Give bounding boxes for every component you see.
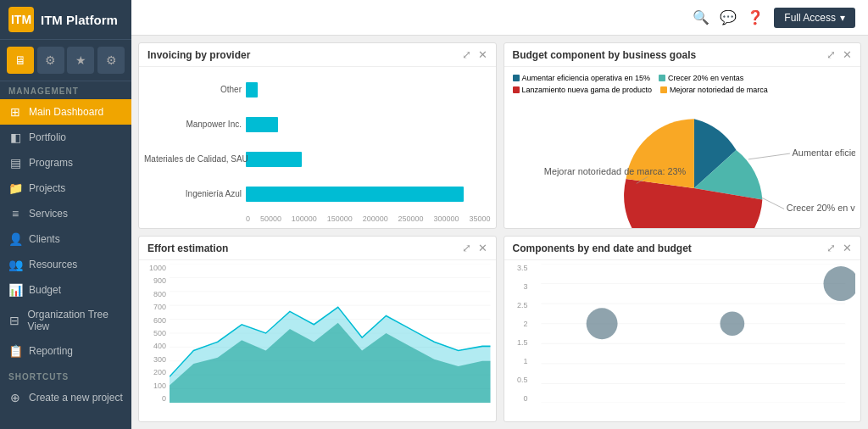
budget-body: Aumentar eficiencia operativa en 15% Cre…	[504, 67, 861, 228]
close-icon[interactable]: ✕	[478, 242, 487, 254]
legend-dot	[513, 86, 520, 93]
area-chart: 1000 900 800 700 600 500 400 300 200 100…	[144, 264, 491, 418]
dropdown-icon: ▾	[840, 12, 845, 24]
close-icon[interactable]: ✕	[478, 48, 487, 61]
invoicing-controls: ⤢ ✕	[462, 48, 487, 61]
close-icon[interactable]: ✕	[843, 242, 852, 254]
bubble-1	[586, 308, 617, 339]
area-svg	[170, 264, 491, 403]
pie-slice-4	[626, 119, 693, 188]
legend-item: Lanzamiento nueva gama de producto	[513, 86, 653, 94]
invoicing-title: Invoicing by provider	[147, 49, 250, 61]
sidebar-item-new-project[interactable]: ⊕ Create a new project	[0, 385, 131, 410]
bar-row-materiales: Materiales de Calidad, SAU	[246, 150, 491, 169]
sidebar-item-org-tree[interactable]: ⊟ Organization Tree View	[0, 303, 131, 338]
nav-label: Create a new project	[29, 392, 123, 404]
sidebar-item-main-dashboard[interactable]: ⊞ Main Dashboard	[0, 99, 131, 125]
nav-label: Portfolio	[29, 131, 66, 143]
bar-fill	[246, 82, 258, 98]
bar-row-manpower: Manpower Inc.	[246, 115, 491, 134]
expand-icon[interactable]: ⤢	[462, 242, 471, 254]
sidebar-icon-monitor[interactable]: 🖥	[7, 47, 34, 74]
close-icon[interactable]: ✕	[843, 48, 852, 61]
pie-legend: Aumentar eficiencia operativa en 15% Cre…	[509, 72, 856, 96]
add-icon: ⊕	[8, 391, 22, 404]
components-controls: ⤢ ✕	[826, 242, 852, 254]
sidebar-item-budget[interactable]: 📊 Budget	[0, 277, 131, 303]
resources-icon: 👥	[8, 258, 22, 271]
dashboard-grid: Invoicing by provider ⤢ ✕ Other Manpower…	[131, 36, 868, 429]
sidebar-icon-settings2[interactable]: ⚙	[97, 47, 125, 74]
home-icon: ⊞	[8, 105, 22, 119]
projects-icon: 📁	[8, 181, 22, 195]
y-axis: 1000 900 800 700 600 500 400 300 200 100…	[144, 264, 170, 403]
components-title: Components by end date and budget	[513, 242, 692, 254]
clients-icon: 👤	[8, 232, 22, 246]
nav-label: Organization Tree View	[27, 309, 123, 332]
search-icon[interactable]: 🔍	[693, 9, 709, 25]
budget-controls: ⤢ ✕	[826, 48, 852, 61]
sidebar-item-portfolio[interactable]: ◧ Portfolio	[0, 125, 131, 150]
nav-label: Programs	[29, 157, 73, 169]
bar-chart: Other Manpower Inc. Materiales de Calida…	[144, 72, 491, 223]
effort-panel: Effort estimation ⤢ ✕ 1000 900 800 700 6…	[138, 236, 497, 422]
full-access-button[interactable]: Full Access ▾	[774, 8, 855, 28]
nav-label: Projects	[29, 182, 65, 194]
bar-fill	[246, 187, 464, 202]
legend-item: Aumentar eficiencia operativa en 15%	[513, 74, 651, 82]
components-panel: Components by end date and budget ⤢ ✕ 3.…	[504, 236, 862, 422]
sidebar-item-clients[interactable]: 👤 Clients	[0, 226, 131, 252]
invoicing-body: Other Manpower Inc. Materiales de Calida…	[139, 67, 496, 228]
bar-fill	[246, 152, 302, 167]
reporting-icon: 📋	[8, 344, 22, 358]
bar-row-ingenieria: Ingeniería Azul	[246, 185, 491, 203]
nav-label: Services	[29, 208, 68, 220]
services-icon: ≡	[8, 207, 22, 220]
pie-container: Aumentar eficiencia operativa en 15% Cre…	[509, 72, 856, 223]
shortcuts-section-label: SHORTCUTS	[0, 367, 131, 385]
y-axis: 3.5 3 2.5 2 1.5 1 0.5 0	[509, 264, 531, 403]
area-svg-container	[170, 264, 491, 403]
budget-icon: 📊	[8, 283, 22, 297]
expand-icon[interactable]: ⤢	[826, 242, 836, 254]
effort-header: Effort estimation ⤢ ✕	[139, 237, 496, 260]
nav-label: Reporting	[29, 345, 73, 357]
legend-item: Crecer 20% en ventas	[659, 74, 743, 82]
topbar: 🔍 💬 ❓ Full Access ▾	[131, 0, 868, 36]
nav-label: Clients	[29, 233, 60, 245]
help-icon[interactable]: ❓	[747, 9, 764, 25]
budget-header: Budget component by business goals ⤢ ✕	[504, 43, 861, 67]
management-section-label: MANAGEMENT	[0, 81, 131, 99]
full-access-label: Full Access	[784, 12, 836, 24]
sidebar-item-programs[interactable]: ▤ Programs	[0, 150, 131, 176]
org-icon: ⊟	[8, 314, 20, 327]
sidebar-item-reporting[interactable]: 📋 Reporting	[0, 338, 131, 364]
legend-dot	[659, 75, 665, 81]
sidebar-icon-gear[interactable]: ⚙	[37, 47, 64, 74]
bar-row-other: Other	[246, 81, 491, 99]
sidebar-item-resources[interactable]: 👥 Resources	[0, 252, 131, 277]
budget-panel: Budget component by business goals ⤢ ✕ A…	[504, 42, 862, 229]
legend-item: Mejorar notoriedad de marca	[660, 86, 768, 94]
expand-icon[interactable]: ⤢	[826, 48, 836, 61]
components-body: 3.5 3 2.5 2 1.5 1 0.5 0	[504, 260, 861, 421]
app-title: ITM Platform	[41, 13, 118, 27]
effort-body: 1000 900 800 700 600 500 400 300 200 100…	[139, 260, 496, 421]
programs-icon: ▤	[8, 156, 22, 170]
pie-main: Aumentar eficiencia operativa en 15% Cre…	[509, 96, 856, 228]
bubble-2	[720, 311, 744, 336]
sidebar-item-services[interactable]: ≡ Services	[0, 201, 131, 226]
bar-axis: 0 50000 100000 150000 200000 250000 3000…	[144, 214, 491, 223]
bubble-chart: 3.5 3 2.5 2 1.5 1 0.5 0	[509, 264, 856, 418]
expand-icon[interactable]: ⤢	[462, 48, 471, 61]
sidebar-item-projects[interactable]: 📁 Projects	[0, 176, 131, 201]
legend-dot	[513, 75, 520, 81]
pie-svg: Aumentar eficiencia operativa en 15% Cre…	[509, 96, 856, 228]
sidebar-icon-star[interactable]: ★	[67, 47, 94, 74]
app-logo: ITM	[8, 7, 34, 32]
bar-chart-inner: Other Manpower Inc. Materiales de Calida…	[144, 72, 491, 211]
bubble-3	[823, 266, 855, 301]
chat-icon[interactable]: 💬	[720, 9, 737, 25]
portfolio-icon: ◧	[8, 131, 22, 144]
pie-label-1: Aumentar eficiencia operativa en 15%	[792, 148, 855, 158]
